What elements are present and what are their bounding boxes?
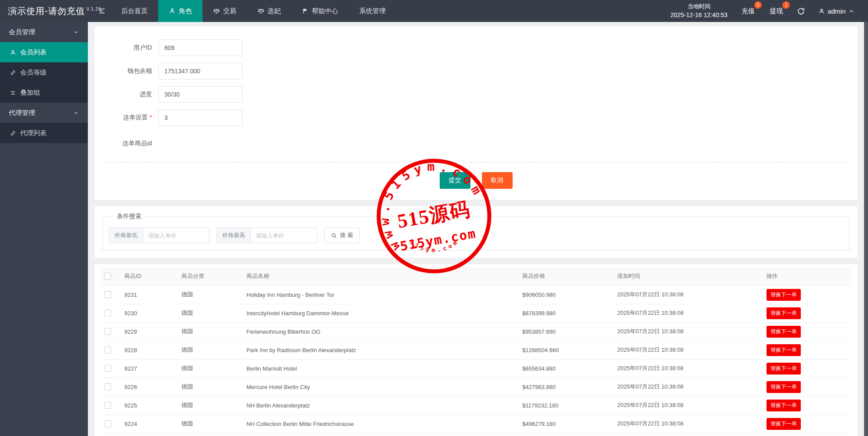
cancel-button[interactable]: 取消: [482, 172, 513, 189]
cell-category: 德国: [178, 322, 243, 341]
top-menu: 后台首页角色交易选妃帮助中心系统管理: [111, 0, 396, 22]
replace-next-order-button[interactable]: 替换下一单: [767, 381, 801, 393]
column-header: 添加时间: [614, 267, 763, 285]
sidebar-item[interactable]: 代理列表: [0, 123, 88, 143]
cell-category: 德国: [178, 359, 243, 378]
menu-item-label: 交易: [223, 7, 236, 15]
price-max-label: 价格最高: [217, 227, 250, 243]
cell-product-id: 9224: [121, 414, 178, 433]
replace-next-order-button[interactable]: 替换下一单: [767, 418, 801, 430]
form-rows: 用户ID钱包余额进度连单设置*连单商品id: [94, 40, 857, 149]
form-row: 连单设置*: [94, 109, 857, 126]
table-row: 9227德国Berlin Marriott Hotel$655634.88020…: [101, 359, 851, 378]
row-checkbox[interactable]: [104, 346, 111, 353]
cell-category: 德国: [178, 378, 243, 396]
menu-item[interactable]: 帮助中心: [291, 0, 349, 22]
field-input[interactable]: [158, 63, 242, 79]
form-row: 用户ID: [94, 40, 857, 56]
sidebar-group-title[interactable]: 代理管理: [0, 103, 88, 123]
row-checkbox[interactable]: [104, 420, 111, 427]
search-button[interactable]: 搜 索: [324, 227, 360, 243]
menu-item[interactable]: 后台首页: [111, 0, 158, 22]
form-row: 钱包余额: [94, 63, 857, 79]
field-input[interactable]: [158, 109, 242, 126]
replace-next-order-button[interactable]: 替换下一单: [767, 344, 801, 356]
cell-added-time: 2025年07月22日 10:38:08: [614, 285, 763, 304]
menu-item[interactable]: 系统管理: [349, 0, 396, 22]
column-header: 商品ID: [121, 267, 178, 285]
link-icon: [10, 69, 16, 76]
table-row: 9226德国Mercure Hotel Berlin City$427983.8…: [101, 378, 851, 396]
search-fieldset: 条件搜索 价格最低 价格最高 搜 索: [102, 213, 850, 251]
field-label: 钱包余额: [94, 67, 158, 75]
cell-price: $1288504.660: [519, 341, 614, 359]
row-checkbox[interactable]: [104, 383, 111, 390]
sidebar-item[interactable]: 会员等级: [0, 62, 88, 83]
replace-next-order-button[interactable]: 替换下一单: [767, 363, 801, 375]
replace-next-order-button[interactable]: 替换下一单: [767, 400, 801, 411]
row-checkbox[interactable]: [104, 310, 111, 317]
field-label: 连单设置*: [94, 114, 158, 122]
app-title: 演示使用-请勿充值V.1.26: [0, 5, 93, 17]
price-min-input[interactable]: [143, 227, 210, 243]
replace-next-order-button[interactable]: 替换下一单: [767, 289, 801, 301]
replace-next-order-button[interactable]: 替换下一单: [767, 326, 801, 338]
sidebar-item[interactable]: 会员列表: [0, 42, 88, 62]
field-input[interactable]: [158, 40, 242, 56]
menu-item-label: 后台首页: [121, 7, 148, 15]
table-row: 9228德国Park Inn by Radisson Berlin Alexan…: [101, 341, 851, 359]
price-min-label: 价格最低: [109, 227, 143, 243]
price-max-group: 价格最高: [217, 227, 317, 243]
save-button[interactable]: 提交: [440, 172, 470, 189]
local-time-label: 当地时间: [670, 2, 727, 11]
sidebar-item[interactable]: 叠加组: [0, 83, 88, 103]
chevron-down-icon: [73, 29, 79, 35]
row-checkbox[interactable]: [104, 365, 111, 372]
table-row: 9229德国Ferienwohnung Biberhüs OG$953857.6…: [101, 322, 851, 341]
cell-added-time: 2025年07月22日 10:38:08: [614, 304, 763, 322]
replace-next-order-button[interactable]: 替换下一单: [767, 307, 801, 319]
withdraw-link[interactable]: 提现 1: [769, 5, 784, 17]
column-header: 商品价格: [519, 267, 614, 285]
local-time-value: 2025-12-16 12:40:53: [670, 11, 727, 20]
cell-price: $906050.980: [519, 285, 614, 304]
field-label: 用户ID: [94, 44, 158, 52]
price-max-input[interactable]: [250, 227, 317, 243]
select-all-checkbox[interactable]: [104, 273, 111, 280]
row-checkbox[interactable]: [104, 328, 111, 335]
sidebar-group-label: 会员管理: [9, 28, 35, 36]
menu-item[interactable]: 选妃: [247, 0, 291, 22]
cell-category: 德国: [178, 433, 243, 436]
cell-category: 德国: [178, 396, 243, 414]
cell-price: $496279.180: [519, 414, 614, 433]
form-actions: 提交 取消: [94, 172, 857, 189]
sidebar-item-label: 叠加组: [20, 89, 40, 97]
cell-product-name: Hotel Hans Heinitz: [243, 433, 519, 436]
cell-product-id: 9227: [121, 359, 178, 378]
local-time: 当地时间 2025-12-16 12:40:53: [670, 2, 727, 20]
cell-added-time: 2025年07月22日 10:38:08: [614, 378, 763, 396]
user-menu[interactable]: admin: [818, 7, 855, 15]
topbar: 演示使用-请勿充值V.1.26 后台首页角色交易选妃帮助中心系统管理 当地时间 …: [0, 0, 868, 22]
person-icon: [10, 49, 16, 56]
sidebar-group-title[interactable]: 会员管理: [0, 22, 88, 42]
form-row: 连单商品id: [94, 138, 857, 149]
row-checkbox[interactable]: [104, 291, 111, 298]
cell-product-name: Holiday Inn Hamburg - Berliner Tor: [243, 285, 519, 304]
main-content: 用户ID钱包余额进度连单设置*连单商品id 提交 取消 条件搜索 价格最低 价格…: [88, 22, 864, 436]
recharge-badge: 0: [754, 1, 762, 9]
table-header-row: 商品ID商品分类商品名称商品价格添加时间操作: [101, 267, 851, 285]
cell-product-name: IntercityHotel Hamburg Dammtor-Messe: [243, 304, 519, 322]
cell-product-name: NH Berlin Alexanderplatz: [243, 396, 519, 414]
product-table: 商品ID商品分类商品名称商品价格添加时间操作 9231德国Holiday Inn…: [101, 267, 851, 436]
collapse-menu-icon[interactable]: [93, 0, 111, 22]
sidebar-item-label: 会员等级: [20, 68, 47, 77]
row-checkbox[interactable]: [104, 402, 111, 409]
refresh-icon[interactable]: [797, 7, 805, 15]
menu-item[interactable]: 交易: [203, 0, 247, 22]
menu-item[interactable]: 角色: [158, 0, 203, 22]
cell-product-name: Berlin Marriott Hotel: [243, 359, 519, 378]
field-input[interactable]: [158, 86, 242, 103]
recharge-link[interactable]: 充值 0: [741, 5, 756, 17]
page-scrollbar[interactable]: [864, 22, 868, 436]
